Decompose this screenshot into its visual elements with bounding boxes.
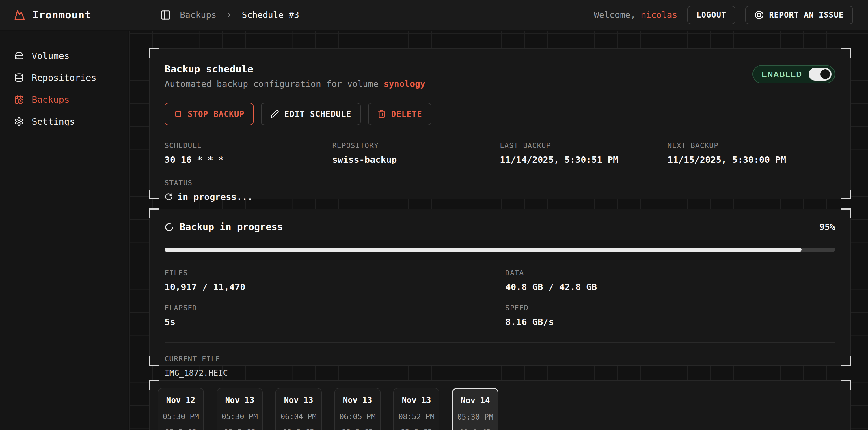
loader-icon [164, 223, 174, 232]
history-item[interactable]: Nov 13 06:05 PM 92.2 GB [334, 388, 380, 430]
corner-bracket-icon [149, 48, 158, 58]
stat-label: DATA [505, 269, 835, 277]
history-item[interactable]: Nov 13 06:04 PM 92.2 GB [276, 388, 322, 430]
logout-button[interactable]: LOGOUT [687, 6, 736, 24]
schedule-card-title: Backup schedule [164, 63, 425, 75]
field-last-backup: LAST BACKUP 11/14/2025, 5:30:51 PM [500, 141, 668, 165]
toggle-knob [820, 69, 830, 79]
stat-value: 8.16 GB/s [505, 317, 835, 327]
field-schedule: SCHEDULE 30 16 * * * [164, 141, 332, 165]
history-time: 05:30 PM [453, 413, 498, 421]
field-next-backup: NEXT BACKUP 11/15/2025, 5:30:00 PM [668, 141, 835, 165]
database-icon [14, 73, 24, 82]
sidebar: Volumes Repositories Backups Settings [0, 31, 128, 430]
panel-left-icon [160, 9, 171, 21]
stat-label: ELAPSED [164, 304, 505, 312]
stat-value: 5s [164, 317, 505, 327]
schedule-card-titles: Backup schedule Automated backup configu… [164, 63, 425, 89]
history-time: 06:04 PM [276, 412, 321, 421]
schedule-actions: STOP BACKUP EDIT SCHEDULE DELETE [164, 103, 835, 125]
report-issue-button[interactable]: REPORT AN ISSUE [745, 6, 853, 24]
sidebar-item-label: Settings [32, 116, 75, 127]
history-time: 05:30 PM [158, 412, 203, 421]
stat-label: FILES [164, 269, 505, 277]
history-size: 92.2 GB [158, 428, 203, 430]
history-date: Nov 12 [158, 395, 203, 405]
brand: Ironmount [0, 9, 128, 21]
field-value: 11/15/2025, 5:30:00 PM [668, 155, 835, 165]
backup-progress-card: Backup in progress 95% FILES 10,917 / 11… [149, 209, 851, 366]
sidebar-item-label: Repositories [32, 72, 96, 83]
corner-bracket-icon [841, 190, 851, 199]
trash-icon [377, 110, 386, 118]
backup-schedule-card: Backup schedule Automated backup configu… [149, 48, 851, 199]
sidebar-item-volumes[interactable]: Volumes [0, 45, 128, 67]
corner-bracket-icon [149, 356, 158, 366]
calendar-clock-icon [14, 95, 24, 104]
breadcrumb-current: Schedule #3 [242, 10, 299, 20]
progress-title: Backup in progress [180, 221, 283, 233]
history-item-selected[interactable]: Nov 14 05:30 PM 92.2 GB [452, 388, 498, 430]
main-content: Backup schedule Automated backup configu… [129, 31, 868, 430]
hard-drive-icon [14, 51, 24, 60]
volume-name: synology [384, 79, 426, 89]
spinner-icon [164, 193, 173, 201]
corner-bracket-icon [149, 190, 158, 199]
schedule-fields: SCHEDULE 30 16 * * * REPOSITORY swiss-ba… [164, 141, 835, 165]
history-item[interactable]: Nov 12 05:30 PM 92.2 GB [158, 388, 204, 430]
gear-icon [14, 117, 24, 126]
field-repository: REPOSITORY swiss-backup [332, 141, 500, 165]
history-size: 92.2 GB [276, 428, 321, 430]
sidebar-item-label: Backups [32, 94, 70, 105]
sidebar-item-backups[interactable]: Backups [0, 89, 128, 110]
corner-bracket-icon [841, 208, 851, 218]
field-label: NEXT BACKUP [668, 141, 835, 150]
app-window: Ironmount Backups Schedule #3 Welcome, n… [0, 0, 868, 430]
sidebar-item-settings[interactable]: Settings [0, 110, 128, 132]
stat-speed: SPEED 8.16 GB/s [505, 304, 835, 327]
breadcrumb-parent[interactable]: Backups [180, 10, 216, 20]
welcome-prefix: Welcome, [594, 10, 636, 20]
progress-percent: 95% [819, 222, 835, 232]
corner-bracket-icon [841, 380, 851, 390]
stat-elapsed: ELAPSED 5s [164, 304, 505, 327]
enabled-toggle[interactable]: ENABLED [752, 65, 835, 84]
stat-files: FILES 10,917 / 11,470 [164, 269, 505, 292]
field-value: 30 16 * * * [164, 155, 332, 165]
field-label: SCHEDULE [164, 141, 332, 150]
toggle-switch[interactable] [808, 68, 832, 80]
mountain-logo-icon [13, 9, 26, 21]
history-size: 92.2 GB [217, 428, 262, 430]
chevron-right-icon [225, 11, 233, 19]
field-label: LAST BACKUP [500, 141, 668, 150]
report-issue-label: REPORT AN ISSUE [769, 10, 844, 19]
history-item[interactable]: Nov 13 08:52 PM 92.2 GB [393, 388, 439, 430]
stop-icon [174, 110, 183, 118]
sidebar-toggle-button[interactable] [160, 9, 171, 21]
status-block: STATUS in progress... [164, 179, 835, 202]
edit-schedule-button[interactable]: EDIT SCHEDULE [261, 103, 360, 125]
corner-bracket-icon [149, 208, 158, 218]
welcome-text: Welcome, nicolas [594, 10, 677, 20]
stat-value: 10,917 / 11,470 [164, 282, 505, 292]
sidebar-item-repositories[interactable]: Repositories [0, 67, 128, 89]
enabled-label: ENABLED [762, 70, 802, 79]
breadcrumb: Backups Schedule #3 [128, 9, 299, 21]
progress-bar-fill [164, 247, 802, 252]
delete-button[interactable]: DELETE [368, 103, 431, 125]
delete-label: DELETE [391, 109, 422, 119]
corner-bracket-icon [149, 380, 158, 390]
current-file-label: CURRENT FILE [164, 355, 835, 363]
current-file-value: IMG_1872.HEIC [164, 368, 835, 378]
stat-value: 40.8 GB / 42.8 GB [505, 282, 835, 292]
history-size: 92.2 GB [394, 428, 439, 430]
stop-backup-button[interactable]: STOP BACKUP [164, 103, 253, 125]
lifebuoy-icon [754, 10, 764, 20]
divider [164, 342, 835, 342]
history-date: Nov 13 [394, 395, 439, 405]
history-date: Nov 13 [335, 395, 380, 405]
logout-label: LOGOUT [696, 10, 726, 19]
pencil-icon [270, 110, 279, 118]
corner-bracket-icon [841, 356, 851, 366]
history-item[interactable]: Nov 13 05:30 PM 92.2 GB [217, 388, 263, 430]
